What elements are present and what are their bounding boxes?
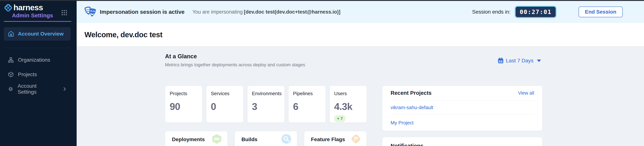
chevron-right-icon: [63, 87, 66, 91]
gear-icon: [8, 86, 14, 92]
glance-subtitle: Metrics brings together deployments acro…: [165, 62, 305, 68]
recent-projects-title: Recent Projects: [390, 90, 432, 96]
sidebar-item-label: Account Overview: [18, 31, 64, 37]
project-link-vikram-sahu-default[interactable]: vikram-sahu-default: [390, 105, 433, 110]
metric-card-pipelines[interactable]: Pipelines 6: [288, 86, 326, 123]
module-card-deployments[interactable]: Deployments: [165, 131, 228, 146]
metric-label: Services: [211, 91, 239, 96]
notifications-panel: Notifications: [382, 137, 542, 146]
end-session-button[interactable]: End Session: [578, 6, 623, 17]
welcome-header: Welcome, dev.doc test: [76, 23, 644, 47]
metric-value: 90: [170, 101, 198, 112]
impersonation-banner: Impersonation session is active You are …: [76, 1, 644, 23]
session-timer: 00:27:01: [515, 6, 556, 18]
sidebar-item-organizations[interactable]: Organizations: [0, 53, 76, 67]
home-icon: [8, 31, 14, 37]
projects-cube-icon: [8, 72, 14, 77]
notifications-title: Notifications: [390, 143, 534, 146]
module-accent-bar: [4, 21, 72, 22]
module-title: Feature Flags: [311, 137, 345, 143]
page-title: Welcome, dev.doc test: [84, 31, 162, 39]
impersonated-user: [dev.doc test(dev.doc+test@harness.io)]: [244, 9, 340, 15]
metric-value: 0: [211, 101, 239, 112]
metric-label: Pipelines: [293, 91, 321, 96]
metrics-row: Projects 90 Services 0 Environments 3 Pi…: [165, 86, 367, 123]
modules-row: Deployments Builds Feature Flags: [165, 131, 366, 146]
metric-value: 4.3k: [334, 101, 362, 112]
metric-card-projects[interactable]: Projects 90: [165, 86, 202, 123]
module-title: Builds: [242, 137, 258, 143]
date-range-label: Last 7 Days: [506, 58, 534, 64]
glance-title: At a Glance: [165, 53, 197, 60]
deployments-icon: [211, 134, 222, 144]
sidebar: harness Admin Settings Account Overview …: [0, 0, 76, 146]
main-content: At a Glance Metrics brings together depl…: [76, 47, 644, 146]
session-ends-label: Session ends in:: [472, 9, 510, 15]
module-card-feature-flags[interactable]: Feature Flags: [304, 131, 366, 146]
list-item: My Project: [390, 115, 534, 131]
organizations-icon: [8, 57, 14, 63]
banner-title: Impersonation session is active: [100, 9, 185, 15]
metric-card-environments[interactable]: Environments 3: [248, 86, 284, 123]
metric-label: Users: [334, 91, 362, 96]
sidebar-item-account-overview[interactable]: Account Overview: [4, 27, 71, 41]
view-all-link[interactable]: View all: [518, 90, 534, 96]
metric-label: Projects: [170, 91, 198, 96]
sidebar-item-projects[interactable]: Projects: [0, 67, 76, 82]
logo-wordmark: harness: [14, 3, 43, 12]
metric-card-users[interactable]: Users 4.3k + 7: [330, 86, 367, 123]
harness-logo-icon[interactable]: [4, 3, 13, 12]
metric-label: Environments: [252, 91, 280, 96]
window-top-edge: [0, 0, 644, 1]
metric-card-services[interactable]: Services 0: [206, 86, 243, 123]
list-item: vikram-sahu-default: [390, 101, 534, 115]
module-card-builds[interactable]: Builds: [235, 131, 297, 146]
sidebar-item-label: Projects: [18, 72, 37, 77]
sidebar-divider: [4, 48, 72, 48]
metric-value: 6: [293, 101, 321, 112]
app-grid-icon[interactable]: [61, 10, 67, 16]
impersonation-masks-icon: [84, 6, 97, 18]
metric-value: 3: [252, 101, 280, 112]
feature-flags-icon: [350, 134, 361, 144]
recent-projects-panel: Recent Projects View all vikram-sahu-def…: [382, 86, 542, 131]
module-title: Deployments: [172, 137, 205, 143]
caret-down-icon: [537, 60, 541, 62]
project-link-my-project[interactable]: My Project: [390, 120, 414, 126]
users-delta-badge: + 7: [334, 115, 346, 122]
sidebar-item-label: Account Settings: [18, 83, 55, 95]
banner-subtitle: You are impersonating[dev.doc test(dev.d…: [192, 9, 340, 15]
calendar-icon: [498, 58, 504, 64]
builds-icon: [281, 134, 292, 144]
module-label: Admin Settings: [12, 12, 53, 19]
sidebar-item-label: Organizations: [18, 57, 50, 63]
sidebar-item-account-settings[interactable]: Account Settings: [0, 82, 76, 96]
date-range-picker[interactable]: Last 7 Days: [498, 58, 541, 64]
